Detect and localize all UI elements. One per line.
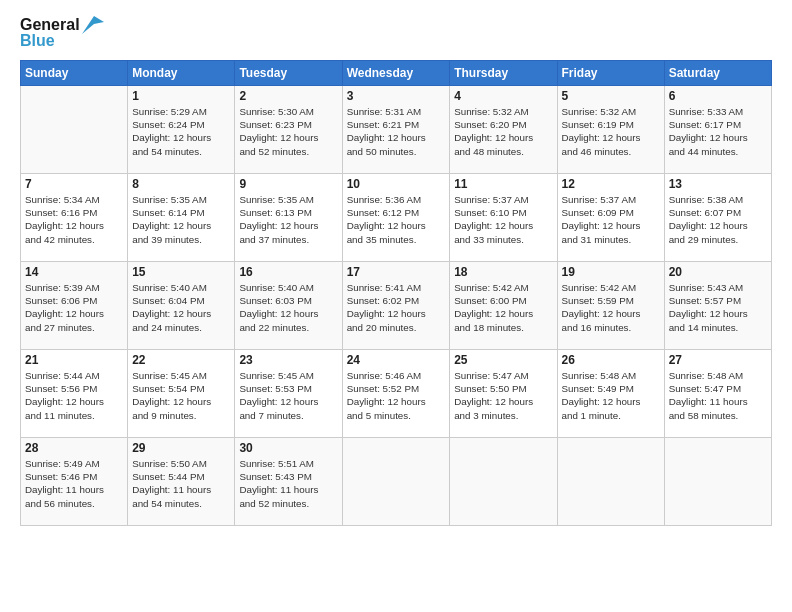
calendar-cell: 24Sunrise: 5:46 AM Sunset: 5:52 PM Dayli… xyxy=(342,350,450,438)
weekday-header-monday: Monday xyxy=(128,61,235,86)
day-info: Sunrise: 5:33 AM Sunset: 6:17 PM Dayligh… xyxy=(669,105,767,158)
day-number: 23 xyxy=(239,353,337,367)
day-info: Sunrise: 5:32 AM Sunset: 6:20 PM Dayligh… xyxy=(454,105,552,158)
day-info: Sunrise: 5:29 AM Sunset: 6:24 PM Dayligh… xyxy=(132,105,230,158)
calendar-cell: 27Sunrise: 5:48 AM Sunset: 5:47 PM Dayli… xyxy=(664,350,771,438)
day-number: 26 xyxy=(562,353,660,367)
day-number: 19 xyxy=(562,265,660,279)
day-number: 28 xyxy=(25,441,123,455)
calendar-cell: 28Sunrise: 5:49 AM Sunset: 5:46 PM Dayli… xyxy=(21,438,128,526)
day-number: 6 xyxy=(669,89,767,103)
day-number: 15 xyxy=(132,265,230,279)
calendar-cell: 16Sunrise: 5:40 AM Sunset: 6:03 PM Dayli… xyxy=(235,262,342,350)
logo: General Blue xyxy=(20,16,104,50)
day-number: 10 xyxy=(347,177,446,191)
day-info: Sunrise: 5:37 AM Sunset: 6:09 PM Dayligh… xyxy=(562,193,660,246)
day-info: Sunrise: 5:40 AM Sunset: 6:03 PM Dayligh… xyxy=(239,281,337,334)
calendar-week-5: 28Sunrise: 5:49 AM Sunset: 5:46 PM Dayli… xyxy=(21,438,772,526)
calendar-cell: 23Sunrise: 5:45 AM Sunset: 5:53 PM Dayli… xyxy=(235,350,342,438)
day-number: 16 xyxy=(239,265,337,279)
calendar-cell: 9Sunrise: 5:35 AM Sunset: 6:13 PM Daylig… xyxy=(235,174,342,262)
calendar-cell: 13Sunrise: 5:38 AM Sunset: 6:07 PM Dayli… xyxy=(664,174,771,262)
day-number: 20 xyxy=(669,265,767,279)
day-info: Sunrise: 5:50 AM Sunset: 5:44 PM Dayligh… xyxy=(132,457,230,510)
weekday-header-row: SundayMondayTuesdayWednesdayThursdayFrid… xyxy=(21,61,772,86)
calendar-week-4: 21Sunrise: 5:44 AM Sunset: 5:56 PM Dayli… xyxy=(21,350,772,438)
calendar-cell: 26Sunrise: 5:48 AM Sunset: 5:49 PM Dayli… xyxy=(557,350,664,438)
calendar-cell: 22Sunrise: 5:45 AM Sunset: 5:54 PM Dayli… xyxy=(128,350,235,438)
calendar-cell xyxy=(557,438,664,526)
calendar-cell xyxy=(342,438,450,526)
day-number: 25 xyxy=(454,353,552,367)
day-number: 29 xyxy=(132,441,230,455)
day-number: 13 xyxy=(669,177,767,191)
logo-bird-icon xyxy=(82,16,104,34)
day-info: Sunrise: 5:40 AM Sunset: 6:04 PM Dayligh… xyxy=(132,281,230,334)
calendar-cell xyxy=(21,86,128,174)
calendar-cell: 18Sunrise: 5:42 AM Sunset: 6:00 PM Dayli… xyxy=(450,262,557,350)
day-info: Sunrise: 5:31 AM Sunset: 6:21 PM Dayligh… xyxy=(347,105,446,158)
day-number: 14 xyxy=(25,265,123,279)
header: General Blue xyxy=(20,16,772,50)
day-info: Sunrise: 5:46 AM Sunset: 5:52 PM Dayligh… xyxy=(347,369,446,422)
weekday-header-friday: Friday xyxy=(557,61,664,86)
day-info: Sunrise: 5:42 AM Sunset: 6:00 PM Dayligh… xyxy=(454,281,552,334)
calendar-week-2: 7Sunrise: 5:34 AM Sunset: 6:16 PM Daylig… xyxy=(21,174,772,262)
day-info: Sunrise: 5:38 AM Sunset: 6:07 PM Dayligh… xyxy=(669,193,767,246)
day-number: 3 xyxy=(347,89,446,103)
calendar-cell: 21Sunrise: 5:44 AM Sunset: 5:56 PM Dayli… xyxy=(21,350,128,438)
calendar-cell: 25Sunrise: 5:47 AM Sunset: 5:50 PM Dayli… xyxy=(450,350,557,438)
calendar-cell: 20Sunrise: 5:43 AM Sunset: 5:57 PM Dayli… xyxy=(664,262,771,350)
day-info: Sunrise: 5:47 AM Sunset: 5:50 PM Dayligh… xyxy=(454,369,552,422)
calendar-cell xyxy=(450,438,557,526)
day-info: Sunrise: 5:36 AM Sunset: 6:12 PM Dayligh… xyxy=(347,193,446,246)
day-number: 24 xyxy=(347,353,446,367)
day-info: Sunrise: 5:42 AM Sunset: 5:59 PM Dayligh… xyxy=(562,281,660,334)
day-number: 30 xyxy=(239,441,337,455)
calendar-cell: 11Sunrise: 5:37 AM Sunset: 6:10 PM Dayli… xyxy=(450,174,557,262)
day-number: 9 xyxy=(239,177,337,191)
day-info: Sunrise: 5:43 AM Sunset: 5:57 PM Dayligh… xyxy=(669,281,767,334)
weekday-header-saturday: Saturday xyxy=(664,61,771,86)
day-info: Sunrise: 5:49 AM Sunset: 5:46 PM Dayligh… xyxy=(25,457,123,510)
day-number: 27 xyxy=(669,353,767,367)
day-number: 4 xyxy=(454,89,552,103)
calendar-cell: 4Sunrise: 5:32 AM Sunset: 6:20 PM Daylig… xyxy=(450,86,557,174)
day-info: Sunrise: 5:30 AM Sunset: 6:23 PM Dayligh… xyxy=(239,105,337,158)
calendar-cell: 6Sunrise: 5:33 AM Sunset: 6:17 PM Daylig… xyxy=(664,86,771,174)
calendar-week-3: 14Sunrise: 5:39 AM Sunset: 6:06 PM Dayli… xyxy=(21,262,772,350)
calendar-cell: 30Sunrise: 5:51 AM Sunset: 5:43 PM Dayli… xyxy=(235,438,342,526)
calendar-cell: 15Sunrise: 5:40 AM Sunset: 6:04 PM Dayli… xyxy=(128,262,235,350)
calendar-cell: 19Sunrise: 5:42 AM Sunset: 5:59 PM Dayli… xyxy=(557,262,664,350)
day-info: Sunrise: 5:51 AM Sunset: 5:43 PM Dayligh… xyxy=(239,457,337,510)
day-info: Sunrise: 5:32 AM Sunset: 6:19 PM Dayligh… xyxy=(562,105,660,158)
weekday-header-wednesday: Wednesday xyxy=(342,61,450,86)
calendar-cell: 3Sunrise: 5:31 AM Sunset: 6:21 PM Daylig… xyxy=(342,86,450,174)
svg-marker-0 xyxy=(82,16,104,34)
day-info: Sunrise: 5:44 AM Sunset: 5:56 PM Dayligh… xyxy=(25,369,123,422)
day-number: 7 xyxy=(25,177,123,191)
day-info: Sunrise: 5:48 AM Sunset: 5:47 PM Dayligh… xyxy=(669,369,767,422)
calendar-cell: 17Sunrise: 5:41 AM Sunset: 6:02 PM Dayli… xyxy=(342,262,450,350)
calendar-cell: 14Sunrise: 5:39 AM Sunset: 6:06 PM Dayli… xyxy=(21,262,128,350)
calendar-cell: 12Sunrise: 5:37 AM Sunset: 6:09 PM Dayli… xyxy=(557,174,664,262)
day-info: Sunrise: 5:37 AM Sunset: 6:10 PM Dayligh… xyxy=(454,193,552,246)
day-number: 11 xyxy=(454,177,552,191)
day-info: Sunrise: 5:45 AM Sunset: 5:54 PM Dayligh… xyxy=(132,369,230,422)
day-number: 12 xyxy=(562,177,660,191)
calendar-cell: 5Sunrise: 5:32 AM Sunset: 6:19 PM Daylig… xyxy=(557,86,664,174)
day-number: 22 xyxy=(132,353,230,367)
calendar-cell: 29Sunrise: 5:50 AM Sunset: 5:44 PM Dayli… xyxy=(128,438,235,526)
calendar-cell: 8Sunrise: 5:35 AM Sunset: 6:14 PM Daylig… xyxy=(128,174,235,262)
logo-blue: Blue xyxy=(20,32,55,50)
day-info: Sunrise: 5:34 AM Sunset: 6:16 PM Dayligh… xyxy=(25,193,123,246)
day-number: 1 xyxy=(132,89,230,103)
day-info: Sunrise: 5:48 AM Sunset: 5:49 PM Dayligh… xyxy=(562,369,660,422)
day-number: 18 xyxy=(454,265,552,279)
day-info: Sunrise: 5:39 AM Sunset: 6:06 PM Dayligh… xyxy=(25,281,123,334)
day-info: Sunrise: 5:45 AM Sunset: 5:53 PM Dayligh… xyxy=(239,369,337,422)
weekday-header-tuesday: Tuesday xyxy=(235,61,342,86)
weekday-header-sunday: Sunday xyxy=(21,61,128,86)
weekday-header-thursday: Thursday xyxy=(450,61,557,86)
day-number: 21 xyxy=(25,353,123,367)
